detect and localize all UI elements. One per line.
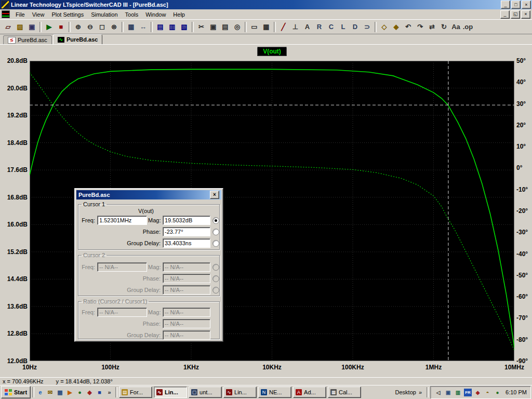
left-axis-label: 12.8dB <box>0 330 28 337</box>
toolbar-separator <box>151 22 153 32</box>
cursor1-phase-radio[interactable] <box>212 229 219 235</box>
zoom-out-icon[interactable]: ⊖ <box>84 21 96 33</box>
dialog-close-button[interactable]: × <box>210 191 219 199</box>
cursor2-group-delay-radio[interactable] <box>212 287 219 294</box>
place-capacitor-icon[interactable]: C <box>325 21 337 33</box>
cursor1-mag-radio[interactable] <box>212 217 219 224</box>
app-red-icon[interactable]: ◆ <box>85 388 94 397</box>
place-inductor-icon[interactable]: L <box>337 21 349 33</box>
tab-purebd.asc[interactable]: ≶PureBd.asc <box>3 35 52 44</box>
cursor1-mag-input[interactable] <box>163 216 210 225</box>
internet-explorer-icon[interactable]: e <box>36 388 45 397</box>
task-button-6[interactable]: AAd... <box>293 387 326 398</box>
copy-icon[interactable]: ▣ <box>207 21 219 33</box>
child-close-button[interactable]: × <box>521 10 530 19</box>
place-ground-icon[interactable]: ⊥ <box>289 21 301 33</box>
task-button-7[interactable]: ▦Cal... <box>328 387 361 398</box>
tab-purebd.asc[interactable]: ∿PureBd.asc <box>53 34 103 44</box>
right-axis-label: -80° <box>516 336 532 343</box>
task-button-5[interactable]: NNE... <box>258 387 291 398</box>
cursor1-group-delay-radio[interactable] <box>212 240 219 247</box>
updates-icon[interactable]: ● <box>494 389 501 396</box>
left-axis-label: 16.0dB <box>0 221 28 228</box>
place-resistor-icon[interactable]: R <box>313 21 325 33</box>
task-button-4[interactable]: ∿Lin... <box>223 387 257 398</box>
place-text-icon[interactable]: Aa <box>450 21 462 33</box>
mail-icon[interactable]: ✉ <box>46 388 55 397</box>
place-label-icon[interactable]: A <box>301 21 313 33</box>
pane-split-icon[interactable]: ▥ <box>166 21 178 33</box>
rotate-icon[interactable]: ↻ <box>438 21 450 33</box>
zoom-in-icon[interactable]: ⊕ <box>72 21 84 33</box>
child-minimize-button[interactable]: _ <box>500 10 510 19</box>
language-indicator-icon[interactable]: FR <box>464 389 472 396</box>
toolbar-separator <box>375 22 377 32</box>
menu-file[interactable]: File <box>12 10 29 19</box>
undo-icon[interactable]: ↶ <box>402 21 414 33</box>
close-button[interactable]: × <box>522 1 531 9</box>
dialog-title-bar[interactable]: PureBd.asc × <box>76 190 221 200</box>
waveform-document-icon[interactable] <box>2 10 10 18</box>
pane-right-icon[interactable]: ▧ <box>178 21 190 33</box>
cut-icon[interactable]: ✂ <box>195 21 207 33</box>
menu-tools[interactable]: Tools <box>122 10 142 19</box>
place-diode-icon[interactable]: D <box>349 21 361 33</box>
tab-label: PureBd.asc <box>66 36 98 43</box>
mirror-icon[interactable]: ⇄ <box>426 21 438 33</box>
autorange-icon[interactable]: ↔ <box>137 21 149 33</box>
app-blue-icon[interactable]: ■ <box>95 388 104 397</box>
task-button-1[interactable]: ▤For... <box>119 387 152 398</box>
desktop-toolbar-chevron[interactable]: » <box>419 389 422 395</box>
ratio-mag-input <box>163 308 210 317</box>
zoom-full-extents-icon[interactable]: ⊗ <box>108 21 120 33</box>
cursor2-phase-radio[interactable] <box>212 275 219 282</box>
overflow-chevron-icon[interactable]: » <box>105 388 114 397</box>
maximize-button[interactable]: □ <box>511 1 521 9</box>
save-file-icon[interactable]: ▣ <box>26 21 38 33</box>
zoom-area-icon[interactable]: ◻ <box>96 21 108 33</box>
task-button-3[interactable]: ▢unt... <box>189 387 222 398</box>
print-preview-icon[interactable]: ▭ <box>248 21 260 33</box>
menu-plot-settings[interactable]: Plot Settings <box>48 10 87 19</box>
right-axis-label: 30° <box>516 100 532 108</box>
scheduler-icon[interactable]: ◓ <box>484 389 491 396</box>
plot-title[interactable]: V(out) <box>257 47 287 56</box>
minimize-button[interactable]: _ <box>501 1 510 9</box>
menu-view[interactable]: View <box>29 10 48 19</box>
paste-icon[interactable]: ▤ <box>219 21 231 33</box>
display-icon[interactable]: ▣ <box>444 389 452 396</box>
edit-directive-icon[interactable]: .op <box>462 21 474 33</box>
cursor1-group-delay-input[interactable] <box>163 238 210 248</box>
new-schematic-icon[interactable]: ▱ <box>2 21 14 33</box>
print-icon[interactable]: ▦ <box>260 21 272 33</box>
find-icon[interactable]: ◎ <box>231 21 243 33</box>
drag-icon[interactable]: ◆ <box>390 21 402 33</box>
antivirus-icon[interactable]: ◆ <box>474 389 482 396</box>
cursor2-mag-radio[interactable] <box>212 264 219 271</box>
desktop-toolbar[interactable]: Desktop » <box>392 389 425 395</box>
network-icon[interactable]: ▥ <box>454 389 462 396</box>
cursor1-phase-input[interactable] <box>163 227 210 236</box>
show-desktop-icon[interactable]: ▦ <box>56 388 64 397</box>
cursor1-freq-input[interactable] <box>97 216 147 225</box>
open-file-icon[interactable]: ▨ <box>14 21 26 33</box>
windows-logo-icon <box>5 389 12 395</box>
x-axis-label: 10KHz <box>249 364 296 371</box>
child-restore-button[interactable]: ◱ <box>511 10 520 19</box>
app-green-icon[interactable]: ● <box>75 388 84 397</box>
volume-icon[interactable]: ◁ <box>434 389 442 396</box>
place-component-icon[interactable]: ⊃ <box>361 21 373 33</box>
menu-window[interactable]: Window <box>142 10 169 19</box>
halt-simulation-icon[interactable]: ■ <box>55 21 67 33</box>
redo-icon[interactable]: ↷ <box>414 21 426 33</box>
grid-toggle-icon[interactable]: ▦ <box>125 21 137 33</box>
start-button[interactable]: Start <box>1 386 31 398</box>
menu-simulation[interactable]: Simulation <box>87 10 121 19</box>
run-simulation-icon[interactable]: ▶ <box>43 21 55 33</box>
draw-wire-icon[interactable]: ╱ <box>277 21 289 33</box>
task-button-2[interactable]: ∿Lin... <box>154 387 187 398</box>
move-icon[interactable]: ◇ <box>378 21 390 33</box>
pane-left-icon[interactable]: ▤ <box>154 21 166 33</box>
media-player-icon[interactable]: ▶ <box>65 388 74 397</box>
menu-help[interactable]: Help <box>169 10 189 19</box>
